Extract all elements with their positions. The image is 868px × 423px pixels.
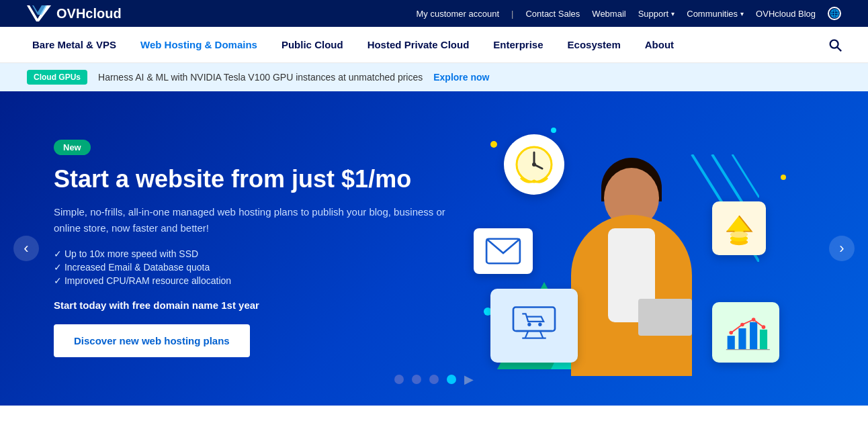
hero-section: ‹ New Start a website from just $1/mo Si… xyxy=(0,91,868,406)
decor-dot xyxy=(490,141,497,148)
search-button[interactable] xyxy=(822,32,848,58)
support-dropdown[interactable]: Support ▾ xyxy=(638,9,675,19)
hero-features-list: ✓ Up to 10x more speed with SSD ✓ Increa… xyxy=(54,248,470,286)
slide-dot-3[interactable] xyxy=(429,375,439,384)
webmail-link[interactable]: Webmail xyxy=(592,9,625,19)
slide-indicators: ▶ xyxy=(394,372,474,387)
svg-rect-26 xyxy=(738,328,746,350)
support-label: Support xyxy=(638,9,669,19)
chart-card xyxy=(712,302,779,363)
arrow-coin-card xyxy=(712,201,766,255)
hero-prev-button[interactable]: ‹ xyxy=(13,236,39,261)
cart-card xyxy=(490,289,578,363)
svg-rect-25 xyxy=(727,336,734,349)
contact-sales-link[interactable]: Contact Sales xyxy=(525,9,580,19)
hero-next-button[interactable]: › xyxy=(829,236,855,261)
cloud-gpu-banner: Cloud GPUs Harness AI & ML with NVIDIA T… xyxy=(0,63,868,91)
slide-dot-1[interactable] xyxy=(394,375,404,384)
nav-ecosystem[interactable]: Ecosystem xyxy=(556,27,633,62)
svg-point-3 xyxy=(830,40,838,48)
nav-about[interactable]: About xyxy=(633,27,686,62)
support-chevron-icon: ▾ xyxy=(671,10,675,17)
discover-plans-button[interactable]: Discover new web hosting plans xyxy=(54,324,250,357)
nav-bare-metal[interactable]: Bare Metal & VPS xyxy=(20,27,128,62)
email-card xyxy=(474,228,533,274)
person-illustration xyxy=(564,141,699,376)
svg-point-31 xyxy=(751,318,755,322)
chart-icon xyxy=(721,311,771,355)
svg-line-4 xyxy=(837,47,841,51)
svg-point-23 xyxy=(730,232,748,238)
svg-point-29 xyxy=(729,330,733,334)
slide-dot-2[interactable] xyxy=(412,375,421,384)
hero-image xyxy=(470,121,793,376)
hero-cta-text: Start today with free domain name 1st ye… xyxy=(54,299,470,311)
hero-subtitle: Simple, no-frills, all-in-one managed we… xyxy=(54,204,470,236)
slideshow-play-button[interactable]: ▶ xyxy=(464,372,474,387)
email-icon xyxy=(485,238,521,265)
svg-point-15 xyxy=(527,323,531,326)
feature-2: ✓ Increased Email & Database quota xyxy=(54,262,470,273)
language-icon[interactable]: 🌐 xyxy=(828,7,841,20)
clock-card xyxy=(504,134,564,195)
nav-enterprise[interactable]: Enterprise xyxy=(481,27,555,62)
nav-web-hosting[interactable]: Web Hosting & Domains xyxy=(128,27,269,62)
feature-1: ✓ Up to 10x more speed with SSD xyxy=(54,248,470,259)
logo-text: OVHcloud xyxy=(56,6,122,21)
communities-label: Communities xyxy=(687,9,738,19)
top-bar: OVHcloud My customer account | Contact S… xyxy=(0,0,868,27)
nav-public-cloud[interactable]: Public Cloud xyxy=(269,27,355,62)
cart-icon xyxy=(510,305,558,346)
play-icon: ▶ xyxy=(464,372,474,387)
ovh-logo-icon xyxy=(27,5,51,21)
svg-point-16 xyxy=(538,323,541,326)
svg-rect-27 xyxy=(750,322,757,349)
customer-account-link[interactable]: My customer account xyxy=(416,9,499,19)
banner-text: Harness AI & ML with NVIDIA Tesla V100 G… xyxy=(98,72,423,83)
blog-link[interactable]: OVHcloud Blog xyxy=(756,9,816,19)
nav-hosted-private-cloud[interactable]: Hosted Private Cloud xyxy=(355,27,482,62)
feature-3: ✓ Improved CPU/RAM resource allocation xyxy=(54,275,470,286)
svg-point-30 xyxy=(740,322,744,326)
separator: | xyxy=(511,9,513,19)
hero-badge: New xyxy=(54,140,91,155)
communities-dropdown[interactable]: Communities ▾ xyxy=(687,9,744,19)
cloud-gpu-badge: Cloud GPUs xyxy=(27,70,87,85)
arrow-up-icon xyxy=(720,209,758,247)
main-nav: Bare Metal & VPS Web Hosting & Domains P… xyxy=(0,27,868,63)
decor-dot xyxy=(781,175,786,180)
slide-dot-4[interactable] xyxy=(447,375,456,384)
nav-links: Bare Metal & VPS Web Hosting & Domains P… xyxy=(20,27,686,62)
logo[interactable]: OVHcloud xyxy=(27,5,122,21)
hero-title: Start a website from just $1/mo xyxy=(54,164,470,193)
person-laptop xyxy=(638,299,692,336)
svg-rect-13 xyxy=(511,305,558,334)
svg-rect-28 xyxy=(759,329,767,349)
communities-chevron-icon: ▾ xyxy=(740,10,744,17)
top-bar-links: My customer account | Contact Sales Webm… xyxy=(416,7,841,20)
search-icon xyxy=(828,38,842,52)
hero-content: New Start a website from just $1/mo Simp… xyxy=(54,140,470,357)
svg-point-32 xyxy=(761,325,765,329)
banner-explore-link[interactable]: Explore now xyxy=(433,72,489,83)
decor-dot xyxy=(551,128,556,133)
clock-icon xyxy=(514,144,554,185)
svg-point-11 xyxy=(532,162,536,167)
